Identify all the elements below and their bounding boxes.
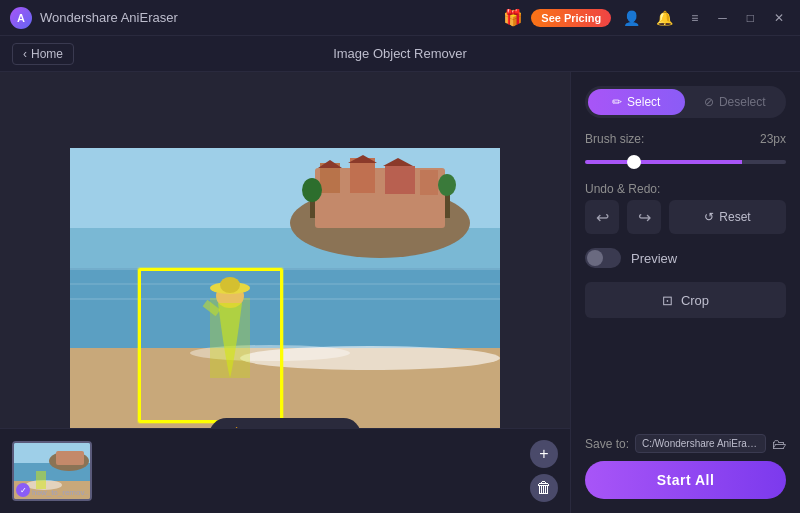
thumbnail-strip: ✓ how_to_remov... + 🗑 <box>0 428 570 513</box>
svg-rect-31 <box>56 451 84 465</box>
preview-label: Preview <box>631 251 677 266</box>
save-path: C:/Wondershare AniEraser/li <box>635 434 766 453</box>
redo-button[interactable]: ↪ <box>627 200 661 234</box>
deselect-button[interactable]: ⊘ Deselect <box>687 89 784 115</box>
undo-button[interactable]: ↩ <box>585 200 619 234</box>
svg-rect-19 <box>70 268 500 270</box>
home-button[interactable]: ‹ Home <box>12 43 74 65</box>
select-label: Select <box>627 95 660 109</box>
deselect-icon: ⊘ <box>704 95 714 109</box>
app-title: Wondershare AniEraser <box>40 10 178 25</box>
save-row: Save to: C:/Wondershare AniEraser/li 🗁 <box>585 434 786 453</box>
selection-box[interactable] <box>138 268 283 423</box>
toolbar-title: Image Object Remover <box>333 46 467 61</box>
brush-label: Brush size: <box>585 132 644 146</box>
undo-redo-row: ↩ ↪ ↺ Reset <box>585 200 786 234</box>
reset-label: Reset <box>719 210 750 224</box>
home-label: Home <box>31 47 63 61</box>
main: ✋ − 100% + ✓ how_to_remov... <box>0 72 800 513</box>
brush-size-section: Brush size: 23px <box>585 132 786 168</box>
brush-icon: ✏ <box>612 95 622 109</box>
thumbnail-item[interactable]: ✓ how_to_remov... <box>12 441 92 501</box>
folder-button[interactable]: 🗁 <box>772 436 786 452</box>
right-panel: ✏ Select ⊘ Deselect Brush size: 23px Und… <box>570 72 800 513</box>
canvas-area[interactable]: ✋ − 100% + ✓ how_to_remov... <box>0 72 570 513</box>
chevron-left-icon: ‹ <box>23 47 27 61</box>
maximize-button[interactable]: □ <box>741 9 760 27</box>
image-container[interactable] <box>70 148 500 438</box>
scene-image <box>70 148 500 438</box>
svg-point-16 <box>302 178 322 202</box>
svg-rect-20 <box>70 283 500 285</box>
svg-rect-21 <box>70 298 500 300</box>
preview-toggle[interactable] <box>585 248 621 268</box>
svg-rect-11 <box>420 170 438 195</box>
undo-redo-label: Undo & Redo: <box>585 182 786 196</box>
titlebar-right: 🎁 See Pricing 👤 🔔 ≡ ─ □ ✕ <box>503 8 790 28</box>
brush-value: 23px <box>760 132 786 146</box>
user-icon[interactable]: 👤 <box>619 8 644 28</box>
start-all-button[interactable]: Start All <box>585 461 786 499</box>
thumb-actions: + 🗑 <box>530 440 558 502</box>
crop-label: Crop <box>681 293 709 308</box>
crop-button[interactable]: ⊡ Crop <box>585 282 786 318</box>
select-toggle: ✏ Select ⊘ Deselect <box>585 86 786 118</box>
toggle-knob <box>587 250 603 266</box>
add-file-button[interactable]: + <box>530 440 558 468</box>
gift-button[interactable]: 🎁 <box>503 8 523 27</box>
undo-redo-section: Undo & Redo: ↩ ↪ ↺ Reset <box>585 182 786 234</box>
delete-file-button[interactable]: 🗑 <box>530 474 558 502</box>
titlebar-left: A Wondershare AniEraser <box>10 7 178 29</box>
toolbar: ‹ Home Image Object Remover <box>0 36 800 72</box>
app-logo: A <box>10 7 32 29</box>
brush-label-row: Brush size: 23px <box>585 132 786 146</box>
deselect-label: Deselect <box>719 95 766 109</box>
reset-icon: ↺ <box>704 210 714 224</box>
svg-rect-9 <box>350 158 375 193</box>
reset-button[interactable]: ↺ Reset <box>669 200 786 234</box>
close-button[interactable]: ✕ <box>768 9 790 27</box>
preview-row: Preview <box>585 248 786 268</box>
bell-icon[interactable]: 🔔 <box>652 8 677 28</box>
pricing-button[interactable]: See Pricing <box>531 9 611 27</box>
thumbnail-check-icon: ✓ <box>16 483 30 497</box>
hamburger-icon[interactable]: ≡ <box>685 9 704 27</box>
select-button[interactable]: ✏ Select <box>588 89 685 115</box>
save-section: Save to: C:/Wondershare AniEraser/li 🗁 S… <box>585 434 786 499</box>
titlebar: A Wondershare AniEraser 🎁 See Pricing 👤 … <box>0 0 800 36</box>
thumbnail-label: how_to_remov... <box>32 488 88 497</box>
svg-point-18 <box>438 174 456 196</box>
minimize-button[interactable]: ─ <box>712 9 733 27</box>
svg-rect-33 <box>36 471 46 489</box>
brush-slider[interactable] <box>585 160 786 164</box>
svg-rect-10 <box>385 166 415 194</box>
save-label: Save to: <box>585 437 629 451</box>
crop-icon: ⊡ <box>662 293 673 308</box>
